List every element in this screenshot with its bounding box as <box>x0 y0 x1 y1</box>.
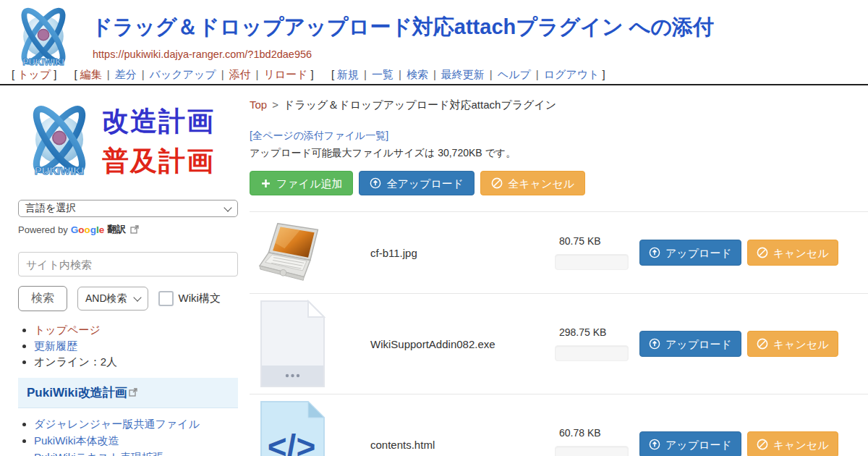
file-size: 60.78 KB <box>559 427 639 439</box>
search-controls: 検索 AND検索 Wiki構文 <box>18 286 238 311</box>
add-files-label: ファイル追加 <box>276 178 342 189</box>
online-count: オンライン：2人 <box>34 355 117 368</box>
atom-icon: PUKIWIKI <box>18 97 101 185</box>
chevron-down-icon <box>133 293 141 301</box>
file-row-actions: アップロード キャンセル <box>639 431 838 456</box>
nav-item-logout[interactable]: ログアウト <box>544 68 600 80</box>
file-row: cf-b11.jpg 80.75 KB アップロード キャンセル <box>250 211 868 293</box>
upload-button[interactable]: アップロード <box>639 331 741 357</box>
file-size: 80.75 KB <box>559 235 639 247</box>
nav-item-new[interactable]: 新規 <box>337 68 359 80</box>
separator: | <box>221 68 224 80</box>
cancel-all-button[interactable]: 全キャンセル <box>480 171 585 195</box>
logo-wordmark: PUKIWIKI <box>22 57 64 67</box>
upload-button[interactable]: アップロード <box>639 240 741 266</box>
circle-arrow-up-icon <box>649 338 660 350</box>
nav-item-list[interactable]: 一覧 <box>372 68 393 80</box>
page-url-link[interactable]: https://pukiwiki.dajya-ranger.com/?1bd2d… <box>93 48 312 60</box>
bracket: [ <box>12 68 14 80</box>
list-item: 更新履歴 <box>34 339 238 353</box>
nav-item-reload[interactable]: リロード <box>263 68 307 80</box>
search-input[interactable] <box>18 252 238 276</box>
sidebar-item-common-files[interactable]: ダジャレンジャー版共通ファイル <box>34 418 200 430</box>
sidebar: PUKIWIKI 改造計画 普及計画 言語を選択 Powered by Goog… <box>18 94 238 456</box>
pukiwiki-logo[interactable]: PUKIWIKI <box>9 3 78 71</box>
sidebar-item-top-page[interactable]: トップページ <box>34 324 101 336</box>
circle-arrow-up-icon <box>649 439 660 450</box>
file-name: contents.html <box>334 439 555 451</box>
file-thumbnail <box>258 221 334 284</box>
nav-group-site: [新規|一覧|検索|最終更新|ヘルプ|ログアウト] <box>328 68 608 80</box>
file-row-actions: アップロード キャンセル <box>639 240 838 266</box>
file-row: WikiSupportAddin082.exe 298.75 KB アップロード… <box>250 293 868 394</box>
add-files-button[interactable]: ファイル追加 <box>250 171 353 195</box>
upload-label: アップロード <box>665 248 732 258</box>
search-mode-value: AND検索 <box>85 292 127 305</box>
circle-slash-icon <box>757 247 768 258</box>
sidebar-item-core-mods[interactable]: PukiWiki本体改造 <box>34 434 119 447</box>
nav-item-backup[interactable]: バックアップ <box>150 68 216 80</box>
file-thumbnail <box>258 300 334 388</box>
blank-file-icon <box>258 300 327 388</box>
file-name: cf-b11.jpg <box>334 247 555 259</box>
sidebar-item-recent-changes[interactable]: 更新履歴 <box>34 339 77 352</box>
search-mode-select[interactable]: AND検索 <box>77 287 148 311</box>
cancel-all-label: 全キャンセル <box>508 178 574 189</box>
upload-all-label: 全アップロード <box>386 178 464 189</box>
search-button[interactable]: 検索 <box>18 286 67 311</box>
svg-text:</>: </> <box>268 428 316 456</box>
cancel-button[interactable]: キャンセル <box>747 331 838 357</box>
powered-by-text: Powered by <box>18 224 68 235</box>
list-item: PukiWiki本体改造 <box>34 434 238 448</box>
cancel-button[interactable]: キャンセル <box>747 240 838 266</box>
sidebar-logo[interactable]: PUKIWIKI 改造計画 普及計画 <box>18 94 238 188</box>
bracket: ] <box>602 68 605 80</box>
upload-progress-bar <box>555 254 629 270</box>
sidebar-panel-title-link[interactable]: PukiWiki改造計画 <box>27 386 127 400</box>
nav-item-top[interactable]: トップ <box>17 68 51 80</box>
file-row-actions: アップロード キャンセル <box>639 331 838 357</box>
page-title: ドラッグ＆ドロップアップロード対応attachプラグイン への添付 <box>91 13 714 42</box>
circle-arrow-up-icon <box>649 247 660 258</box>
nav-item-search[interactable]: 検索 <box>407 68 428 80</box>
separator: | <box>433 68 436 80</box>
sidebar-item-text-extension[interactable]: PukiWikiテキスト表現拡張 <box>34 451 163 456</box>
nav-item-attach[interactable]: 添付 <box>229 68 251 80</box>
circle-slash-icon <box>491 177 503 189</box>
circle-slash-icon <box>757 338 768 350</box>
translate-link[interactable]: 翻訳 <box>107 223 126 236</box>
all-attachments-link[interactable]: [全ページの添付ファイル一覧] <box>250 130 388 143</box>
separator: | <box>399 68 401 80</box>
bracket: [ <box>75 68 77 80</box>
separator: | <box>536 68 539 80</box>
breadcrumb-home-link[interactable]: Top <box>250 98 267 111</box>
file-row: </> contents.html 60.78 KB アップロード キャンセル <box>250 394 868 456</box>
wiki-syntax-option: Wiki構文 <box>158 291 221 306</box>
file-size: 298.75 KB <box>559 326 639 338</box>
nav-group-page: [編集|差分|バックアップ|添付|リロード] <box>72 68 317 80</box>
upload-label: アップロード <box>665 439 732 450</box>
nav-item-recent[interactable]: 最終更新 <box>441 68 485 80</box>
nav-item-help[interactable]: ヘルプ <box>498 68 531 80</box>
upload-progress-bar <box>555 446 629 456</box>
language-select[interactable]: 言語を選択 <box>18 200 238 217</box>
main-content: Top>ドラッグ＆ドロップアップロード対応attachプラグイン [全ページの添… <box>250 94 868 456</box>
google-logo: Google <box>71 224 105 235</box>
max-upload-size-text: アップロード可能最大ファイルサイズは 30,720KB です。 <box>250 147 868 160</box>
separator: | <box>256 68 259 80</box>
wiki-syntax-checkbox[interactable] <box>158 291 174 306</box>
upload-button[interactable]: アップロード <box>639 431 741 456</box>
cancel-label: キャンセル <box>773 339 829 350</box>
sidebar-menu-links: ダジャレンジャー版共通ファイル PukiWiki本体改造 PukiWikiテキス… <box>18 417 238 456</box>
cancel-button[interactable]: キャンセル <box>747 431 838 456</box>
logo-slogan-line2: 普及計画 <box>102 141 215 182</box>
separator: | <box>142 68 145 80</box>
sidebar-quick-links: トップページ 更新履歴 オンライン：2人 <box>18 323 238 369</box>
breadcrumb-current: ドラッグ＆ドロップアップロード対応attachプラグイン <box>284 98 556 111</box>
file-size-cell: 298.75 KB <box>555 326 639 361</box>
google-translate-attribution: Powered by Google 翻訳 <box>18 223 238 236</box>
circle-arrow-up-icon <box>370 177 381 189</box>
upload-all-button[interactable]: 全アップロード <box>359 171 475 195</box>
nav-item-diff[interactable]: 差分 <box>115 68 137 80</box>
nav-item-edit[interactable]: 編集 <box>80 68 102 80</box>
